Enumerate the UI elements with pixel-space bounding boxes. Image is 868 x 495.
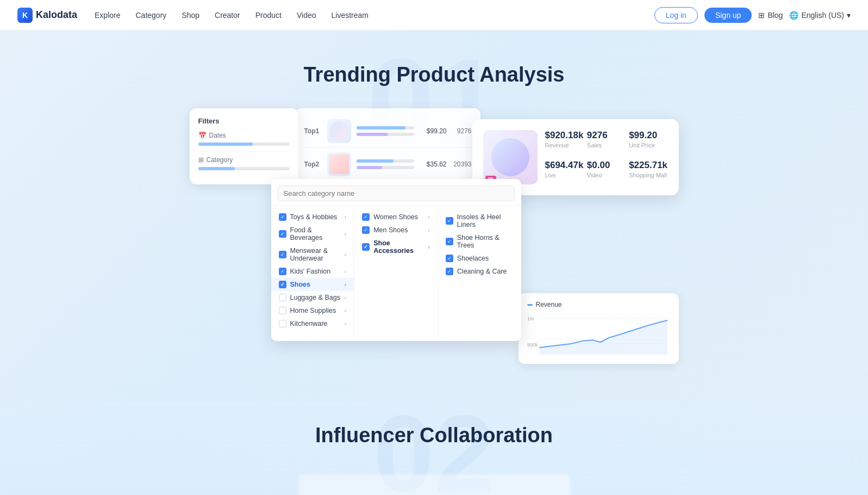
nav-shop[interactable]: Shop	[182, 11, 199, 20]
blog-link[interactable]: ⊞ Blog	[758, 11, 783, 20]
category-bar-inner	[198, 167, 235, 170]
login-button[interactable]: Log in	[654, 7, 698, 23]
cards-area: Filters 📅 Dates ⊞ Category	[190, 108, 679, 358]
nav-livestream[interactable]: Livestream	[332, 11, 369, 20]
cat-check-kitchen	[279, 320, 286, 327]
stat-revenue-label: Revenue	[545, 142, 584, 148]
product-thumb-2	[327, 152, 351, 176]
cat-shoelaces[interactable]: ✓ Shoelaces	[438, 252, 521, 265]
cat-arrow-menswear: ›	[345, 251, 347, 258]
cat-cleaning[interactable]: ✓ Cleaning & Care	[438, 265, 521, 278]
dates-bar	[198, 143, 290, 146]
cat-shoe-horns[interactable]: ✓ Shoe Horns & Trees	[438, 231, 521, 252]
cat-check-cleaning: ✓	[446, 268, 453, 275]
nav-video[interactable]: Video	[297, 11, 316, 20]
cat-label-women-shoes: Women Shoes	[373, 213, 418, 221]
stat-sales: 9276 Sales	[587, 130, 626, 154]
product-bar-fill-2b	[357, 166, 383, 169]
cat-check-insoles: ✓	[446, 217, 453, 225]
cat-check-toys: ✓	[279, 213, 286, 221]
cat-shoe-accessories[interactable]: ✓ Shoe Accessories ›	[354, 237, 438, 257]
product-bar-col-2	[357, 159, 414, 169]
cat-arrow-shoe-acc: ›	[428, 244, 430, 250]
nav-product[interactable]: Product	[255, 11, 282, 20]
product-bar-1	[357, 126, 414, 129]
nav-explore[interactable]: Explore	[95, 11, 120, 20]
nav-actions: Log in Sign up ⊞ Blog 🌐 English (US) ▾	[654, 7, 851, 23]
rank-1: Top1	[304, 127, 322, 135]
calendar-icon: 📅	[198, 132, 207, 139]
cat-insoles[interactable]: ✓ Insoles & Heel Liners	[438, 211, 521, 231]
cat-label-insoles: Insoles & Heel Liners	[457, 213, 514, 228]
product-bar-fill-2	[357, 159, 394, 163]
cat-label-home: Home Supplies	[290, 307, 336, 314]
cat-men-shoes[interactable]: ✓ Men Shoes ›	[354, 224, 438, 237]
cat-check-shoe-horns: ✓	[446, 238, 453, 245]
stat-video: $0.00 Video	[587, 160, 626, 184]
blurred-row-1	[298, 474, 570, 495]
nav-links: Explore Category Shop Creator Product Vi…	[95, 11, 654, 20]
category-search-input[interactable]	[278, 185, 515, 201]
cat-check-kids: ✓	[279, 268, 286, 275]
stat-unit-price-value: $99.20	[629, 130, 667, 141]
cat-women-shoes[interactable]: ✓ Women Shoes ›	[354, 211, 438, 224]
category-dropdown: ✓ Toys & Hobbies › ✓ Food & Beverages › …	[271, 179, 521, 341]
cat-arrow-kitchen: ›	[345, 320, 347, 327]
chart-svg: 1m 500k	[527, 314, 669, 357]
sales-2: 20393	[452, 160, 472, 168]
nav-creator[interactable]: Creator	[215, 11, 240, 20]
cat-menswear[interactable]: ✓ Menswear & Underwear ›	[271, 244, 354, 265]
category-label: ⊞ Category	[198, 156, 290, 164]
cat-kids[interactable]: ✓ Kids' Fashion ›	[271, 265, 354, 278]
cat-arrow-home: ›	[345, 307, 347, 314]
cat-label-shoelaces: Shoelaces	[457, 255, 489, 262]
cat-label-menswear: Menswear & Underwear	[290, 247, 341, 262]
thumb-img-1	[329, 121, 349, 141]
product-bar-fill-1	[357, 126, 405, 129]
cat-arrow-food: ›	[345, 231, 347, 237]
category-filter[interactable]: ⊞ Category	[198, 156, 290, 170]
cat-check-men-shoes: ✓	[362, 226, 370, 234]
cat-label-shoe-acc: Shoe Accessories	[373, 239, 424, 255]
category-col-3: ✓ Insoles & Heel Liners ✓ Shoe Horns & T…	[438, 206, 521, 335]
cat-food[interactable]: ✓ Food & Beverages ›	[271, 224, 354, 244]
stat-live: $694.47k Live	[545, 160, 584, 184]
table-row[interactable]: Top1 $99.20 9276	[304, 115, 472, 148]
stat-sales-value: 9276	[587, 130, 626, 141]
cat-arrow-women-shoes: ›	[428, 214, 430, 220]
cat-home[interactable]: Home Supplies ›	[271, 304, 354, 317]
category-col-1: ✓ Toys & Hobbies › ✓ Food & Beverages › …	[271, 206, 355, 335]
legend-dot	[527, 304, 533, 306]
logo[interactable]: K Kalodata	[17, 8, 77, 23]
logo-text: Kalodata	[36, 9, 77, 21]
dates-bar-inner	[198, 143, 253, 146]
thumb-img-2	[329, 154, 349, 174]
cat-arrow-toys: ›	[345, 214, 347, 220]
globe-icon: 🌐	[789, 11, 798, 20]
grid-icon: ⊞	[198, 156, 204, 164]
cat-check-women-shoes: ✓	[362, 213, 370, 221]
product-detail-thumb-img	[491, 138, 529, 176]
trending-title: Trending Product Analysis	[303, 63, 564, 86]
signup-button[interactable]: Sign up	[704, 8, 752, 23]
table-row[interactable]: Top2 $35.62 20393	[304, 148, 472, 181]
cat-label-food: Food & Beverages	[290, 226, 341, 242]
product-bar-col-1	[357, 126, 414, 136]
blurred-preview	[298, 474, 570, 495]
chart-area: 1m 500k	[527, 314, 670, 357]
chart-legend-label: Revenue	[536, 301, 562, 308]
cat-luggage[interactable]: Luggage & Bags ›	[271, 291, 354, 304]
cat-label-shoes: Shoes	[290, 281, 311, 288]
cat-shoes[interactable]: ✓ Shoes ›	[271, 278, 354, 291]
language-label: English (US)	[801, 11, 844, 20]
dates-filter[interactable]: 📅 Dates	[198, 132, 290, 146]
cat-arrow-kids: ›	[345, 268, 347, 275]
logo-icon: K	[17, 8, 33, 23]
cat-kitchenware[interactable]: Kitchenware ›	[271, 317, 354, 330]
cat-arrow-men-shoes: ›	[428, 227, 430, 233]
category-search[interactable]	[271, 185, 521, 206]
language-selector[interactable]: 🌐 English (US) ▾	[789, 11, 851, 20]
category-bar	[198, 167, 290, 170]
nav-category[interactable]: Category	[136, 11, 167, 20]
cat-toys-hobbies[interactable]: ✓ Toys & Hobbies ›	[271, 211, 354, 224]
